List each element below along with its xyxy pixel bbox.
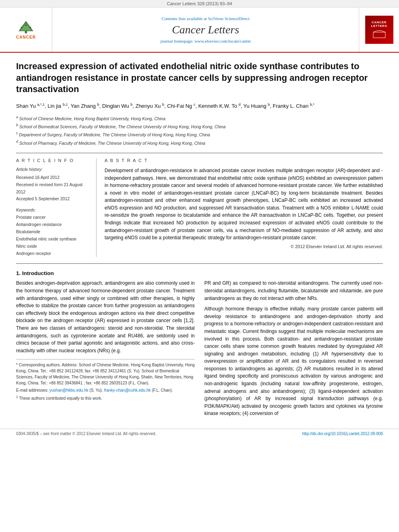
bottom-issn: 0304-3835/$ – see front matter © 2012 El… (16, 431, 156, 436)
main-content: Increased expression of activated endoth… (0, 53, 399, 429)
sciverse-line: Contents lists available at SciVerse Sci… (162, 16, 249, 21)
article-info-header: A R T I C L E I N F O (16, 158, 90, 163)
sciverse-link[interactable]: SciVerse ScienceDirect (208, 16, 249, 21)
page: Cancer Letters 328 (2013) 83–94 CANCER C… (0, 0, 399, 532)
body-col-left: Besides androgen-deprivation approach, a… (16, 279, 195, 421)
keyword-1: Prostate cancer (16, 214, 90, 221)
abstract-text: Development of antiandrogen-resistance i… (105, 167, 383, 242)
copyright-line: © 2012 Elsevier Ireland Ltd. All rights … (105, 244, 383, 249)
footnote-1: * Corresponding authors. Address: School… (16, 362, 195, 386)
cancer-letters-badge: CANCER LETTERS (365, 16, 393, 44)
svg-point-3 (21, 27, 23, 29)
affiliation-d: d School of Pharmacy, Faculty of Medicin… (16, 139, 383, 146)
keywords-list: Prostate cancer Antiandrogen resistance … (16, 214, 90, 257)
keyword-4: Endothelial nitric oxide synthase (16, 236, 90, 243)
sciverse-prefix: Contents lists available at (162, 16, 208, 21)
footnotes-section: * Corresponding authors. Address: School… (16, 359, 195, 401)
homepage-prefix: journal homepage: (160, 39, 195, 43)
keyword-3: Bicalutamide (16, 228, 90, 236)
intro-text-col1: Besides androgen-deprivation approach, a… (16, 279, 195, 354)
keywords-label: Keywords: (16, 207, 90, 212)
history-label: Article history: (16, 167, 90, 172)
elsevier-tree-icon (15, 20, 37, 34)
intro-text-col2-p2: Although hormone therapy is effective in… (204, 305, 383, 417)
cancer-letters-badge-section: CANCER LETTERS (359, 8, 399, 52)
elsevier-brand-text: CANCER (16, 35, 36, 39)
article-title: Increased expression of activated endoth… (16, 61, 383, 95)
email-link-1[interactable]: yushan@hkbu.edu.hk (49, 388, 88, 392)
badge-line1: CANCER (372, 21, 387, 24)
article-info-column: A R T I C L E I N F O Article history: R… (16, 158, 97, 257)
intro-section-title: 1. Introduction (16, 270, 383, 276)
journal-reference-bar: Cancer Letters 328 (2013) 83–94 (0, 0, 399, 8)
footnote-2: E-mail addresses: yushan@hkbu.edu.hk (S.… (16, 387, 195, 393)
affiliation-a: a School of Chinese Medicine, Hong Kong … (16, 115, 383, 122)
email-link-2[interactable]: franky-chan@cuhk.edu.hk (104, 388, 150, 392)
bottom-bar: 0304-3835/$ – see front matter © 2012 El… (0, 429, 399, 438)
svg-point-5 (25, 25, 27, 26)
revised-date: Received in revised form 21 August 2012 (16, 181, 90, 196)
abstract-column: A B S T R A C T Development of antiandro… (105, 158, 383, 257)
body-col-right: PR and GR) as compared to non-steroidal … (204, 279, 383, 421)
intro-text-col2-p1: PR and GR) as compared to non-steroidal … (204, 279, 383, 302)
section-divider (16, 263, 383, 264)
elsevier-logo-section: CANCER (0, 8, 52, 52)
keyword-6: Androgen receptor (16, 250, 90, 257)
affiliation-c: c Department of Surgery, Faculty of Medi… (16, 131, 383, 138)
keyword-5: Nitric oxide (16, 243, 90, 250)
body-two-columns: Besides androgen-deprivation approach, a… (16, 279, 383, 421)
article-info-abstract-section: A R T I C L E I N F O Article history: R… (16, 153, 383, 257)
accepted-date: Accepted 5 September 2012 (16, 195, 90, 203)
journal-title: Cancer Letters (172, 23, 239, 36)
svg-rect-6 (373, 32, 385, 38)
homepage-link[interactable]: www.elsevier.com/locate/canlet (195, 39, 251, 43)
svg-point-4 (30, 27, 31, 29)
journal-header: CANCER Contents lists available at SciVe… (0, 8, 399, 53)
badge-line2: LETTERS (371, 24, 387, 28)
article-dates: Received 16 April 2012 Received in revis… (16, 174, 90, 203)
journal-title-section: Contents lists available at SciVerse Sci… (52, 8, 359, 52)
authors-text: Shan Yu a,*,1, Lin jia b,1, Yan Zhang b,… (16, 103, 315, 109)
keyword-2: Antiandrogen resistance (16, 221, 90, 228)
abstract-header: A B S T R A C T (105, 158, 383, 163)
authors-line: Shan Yu a,*,1, Lin jia b,1, Yan Zhang b,… (16, 102, 383, 111)
journal-homepage: journal homepage: www.elsevier.com/locat… (160, 39, 251, 43)
bottom-doi[interactable]: http://dx.doi.org/10.1016/j.canlet.2012.… (302, 431, 383, 436)
footnote-3: 1 These authors contributed equally to t… (16, 394, 195, 401)
affiliations: a School of Chinese Medicine, Hong Kong … (16, 115, 383, 146)
received-date: Received 16 April 2012 (16, 174, 90, 181)
journal-ref-text: Cancer Letters 328 (2013) 83–94 (167, 1, 232, 6)
affiliation-b: b School of Biomedical Sciences, Faculty… (16, 123, 383, 130)
